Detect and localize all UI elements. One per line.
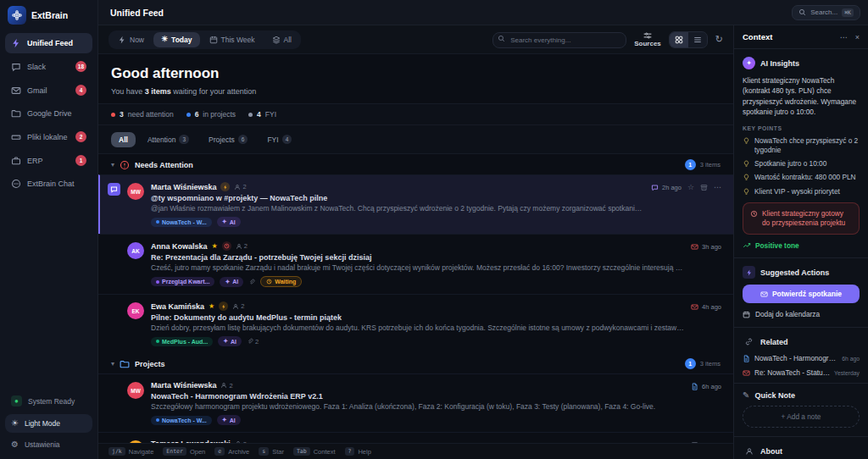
stat-label: need attention <box>128 110 174 119</box>
item-main: Marta Wiśniewska 2 NowaTech - Harmonogra… <box>151 381 684 425</box>
sidebar-item-pliki-lokalne[interactable]: Pliki lokalne 2 <box>5 126 92 147</box>
sidebar-item-erp[interactable]: ERP 1 <box>5 150 92 171</box>
greeting: Good afternoon You have 3 items waiting … <box>98 54 733 103</box>
person-icon <box>743 445 755 457</box>
tab-projects[interactable]: Projects6 <box>201 131 255 147</box>
filter-today[interactable]: ☀ Today <box>153 32 199 47</box>
item-actions: 7h ago <box>691 440 721 443</box>
sidebar-item-label: Pliki lokalne <box>27 133 68 141</box>
calendar-icon <box>209 36 218 44</box>
avatar: MW <box>127 382 144 399</box>
sidebar-footer: ● System Ready ☀ Light Mode ⚙ Ustawienia <box>0 385 97 459</box>
feed-item-ewa-audyt[interactable]: EK Ewa Kamińska ★ 2 Pilne: Dokumenty do … <box>98 294 733 353</box>
tab-attention[interactable]: Attention3 <box>140 131 197 147</box>
suggested-actions-title: Suggested Actions <box>760 268 829 277</box>
project-tag[interactable]: NowaTech - W... <box>151 218 212 227</box>
theme-toggle[interactable]: ☀ Light Mode <box>5 414 92 433</box>
feed-item-anna-prezentacja[interactable]: AK Anna Kowalska ★ 2 Re: Prezentacja dla… <box>98 234 733 294</box>
ai-tag[interactable]: ✦AI <box>218 336 242 346</box>
sidebar-item-gmail[interactable]: Gmail 4 <box>5 80 92 101</box>
list-view-button[interactable] <box>688 32 707 47</box>
item-main: Anna Kowalska ★ 2 Re: Prezentacja dla Za… <box>151 241 684 287</box>
key-point: Klient VIP - wysoki priorytet <box>743 187 860 196</box>
feed-toolbar: Now ☀ Today This Week All <box>98 25 733 54</box>
about-title: About <box>760 447 782 456</box>
project-tag[interactable]: MedPlus - Aud... <box>151 337 213 346</box>
search-icon <box>498 35 505 42</box>
add-to-calendar-button[interactable]: Dodaj do kalendarza <box>743 310 860 318</box>
section-badge: 1 <box>685 358 696 369</box>
zap-icon <box>118 36 126 44</box>
filter-now[interactable]: Now <box>110 32 152 47</box>
sidebar-item-unified-feed[interactable]: Unified Feed <box>5 33 92 53</box>
filter-this-week[interactable]: This Week <box>202 32 263 47</box>
settings-button[interactable]: ⚙ Ustawienia <box>5 435 92 454</box>
archive-button[interactable] <box>700 184 708 191</box>
mail-icon <box>760 290 768 298</box>
unread-badge: 18 <box>75 61 86 72</box>
feed-item-marta-nowatech[interactable]: MW Marta Wiśniewska 2 @ty wspomniano w #… <box>98 174 733 234</box>
ai-tag[interactable]: ✦AI <box>217 217 241 227</box>
filter-all[interactable]: All <box>264 32 299 47</box>
global-search-button[interactable]: Search... ⌘K <box>792 5 860 20</box>
people-icon <box>232 303 239 310</box>
keyboard-hints-bar: j/kNavigate EnterOpen eArchive sStar Tab… <box>98 443 733 459</box>
sparkle-icon: ✦ <box>225 279 230 285</box>
chevron-down-icon[interactable]: ▾ <box>111 360 114 368</box>
toolbar-right: Sources ↻ <box>492 30 723 48</box>
item-time: 4h ago <box>691 303 721 311</box>
project-tag[interactable]: NowaTech - W... <box>151 416 212 425</box>
grid-view-button[interactable] <box>670 32 688 47</box>
mail-icon <box>691 243 698 251</box>
feed-item-status-api[interactable]: TL Tomasz Lewandowski 2 #tech — Status i… <box>98 432 733 443</box>
refresh-button[interactable]: ↻ <box>715 35 723 44</box>
stat-label: in projects <box>203 110 236 119</box>
sidebar-item-label: Gmail <box>27 86 47 95</box>
page-title: Unified Feed <box>110 8 164 18</box>
more-button[interactable]: ⋯ <box>840 33 848 41</box>
stat-count: 4 <box>257 110 261 119</box>
sidebar-item-google-drive[interactable]: Google Drive <box>5 103 92 124</box>
star-button[interactable]: ☆ <box>687 184 694 191</box>
sidebar-item-extbrain-chat[interactable]: ExtBrain Chat <box>5 174 92 194</box>
item-main: Tomasz Lewandowski 2 #tech — Status inte… <box>151 440 684 443</box>
item-head: Marta Wiśniewska 2 <box>151 182 644 191</box>
confirm-meeting-button[interactable]: Potwierdź spotkanie <box>743 285 860 303</box>
sender-name: Marta Wiśniewska <box>151 381 216 390</box>
divider <box>734 327 868 328</box>
gray-dot-icon <box>248 113 253 117</box>
section-title: Projects <box>135 360 165 368</box>
more-button[interactable]: ⋯ <box>714 184 721 191</box>
related-item[interactable]: Re: NowaTech - Status w... Yesterday <box>743 368 860 377</box>
sidebar-item-slack[interactable]: Slack 18 <box>5 56 92 77</box>
ai-tag[interactable]: ✦AI <box>220 277 243 287</box>
add-note-button[interactable]: + Add a note <box>743 406 860 428</box>
tab-fyi[interactable]: FYI4 <box>259 131 299 147</box>
feed-item-harmonogram-erp[interactable]: MW Marta Wiśniewska 2 NowaTech - Harmono… <box>98 373 733 432</box>
context-header: Context ⋯ × <box>734 25 868 49</box>
search-input[interactable] <box>492 32 626 48</box>
sources-button[interactable]: Sources <box>634 32 661 47</box>
divider <box>734 436 868 437</box>
feed-search <box>492 30 626 48</box>
zap-icon <box>743 266 755 279</box>
tag-dot-icon <box>156 220 159 224</box>
sparkle-icon: ✦ <box>222 218 227 225</box>
sidebar-item-label: Unified Feed <box>27 39 73 47</box>
item-actions: 4h ago <box>691 301 721 346</box>
urgency-alert: Klient strategiczny gotowy do przyspiesz… <box>743 202 860 235</box>
tab-all[interactable]: All <box>111 132 136 147</box>
section-meta: 1 3 items <box>685 358 721 369</box>
folder-icon <box>120 359 130 369</box>
related-header: Related <box>743 335 860 348</box>
section-meta: 1 3 items <box>685 159 721 170</box>
key-point: NowaTech chce przyspieszyć o 2 tygodnie <box>743 136 860 155</box>
project-tag[interactable]: Przegląd Kwart... <box>151 277 214 286</box>
item-tags: NowaTech - W... ✦AI <box>151 217 644 227</box>
close-icon[interactable]: × <box>855 33 860 41</box>
chevron-down-icon[interactable]: ▾ <box>111 161 114 169</box>
hint-navigate: j/kNavigate <box>108 447 153 456</box>
related-item[interactable]: NowaTech - Harmonogram ... 6h ago <box>743 354 860 362</box>
ai-tag[interactable]: ✦AI <box>217 415 241 425</box>
lightbulb-icon <box>743 160 750 168</box>
